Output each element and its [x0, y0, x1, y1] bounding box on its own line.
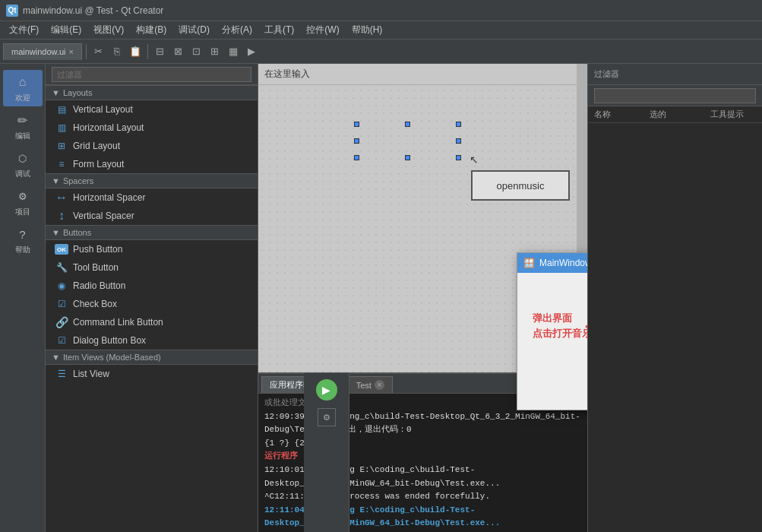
toolbar: mainwindow.ui × ✂ ⎘ 📋 ⊟ ⊠ ⊡ ⊞ ▦ ▶: [0, 40, 762, 64]
toolbar-btn-grid[interactable]: ⊞: [207, 43, 223, 60]
run-button[interactable]: ▶: [316, 379, 337, 401]
editor-tab-mainwindow[interactable]: mainwindow.ui ×: [3, 43, 82, 60]
widget-command-link[interactable]: 🔗 Command Link Button: [46, 313, 258, 331]
canvas-button-label: openmusic: [497, 180, 545, 192]
handle-bm[interactable]: [405, 155, 410, 160]
edit-icon: ✏: [14, 111, 32, 129]
vertical-layout-icon: ▤: [55, 103, 68, 116]
form-layout-icon: ≡: [55, 157, 68, 171]
project-icon: ⚙: [14, 187, 32, 205]
sidebar-btn-welcome[interactable]: ⌂ 欢迎: [3, 70, 43, 106]
right-panel-header: 过滤器: [588, 64, 762, 85]
widget-vertical-spacer[interactable]: ↕ Vertical Spacer: [46, 207, 258, 225]
close-tab-icon[interactable]: ×: [69, 47, 74, 56]
widget-push-button[interactable]: OK Push Button: [46, 240, 258, 258]
section-spacers: ▼ Spacers: [46, 173, 258, 188]
menu-edit[interactable]: 编辑(E): [45, 22, 87, 38]
horizontal-spacer-icon: ↔: [55, 191, 68, 204]
tab-test[interactable]: Test ×: [348, 376, 393, 393]
widget-horizontal-spacer-label: Horizontal Spacer: [73, 192, 145, 203]
menu-controls[interactable]: 控件(W): [300, 22, 345, 38]
widget-form-layout[interactable]: ≡ Form Layout: [46, 155, 258, 173]
handle-tl[interactable]: [354, 122, 359, 127]
section-item-views-label: Item Views (Model-Based): [63, 353, 161, 362]
sidebar-btn-edit[interactable]: ✏ 编辑: [3, 108, 43, 144]
horizontal-layout-icon: ▥: [55, 121, 68, 135]
handle-bl[interactable]: [354, 155, 359, 160]
close-test-tab-icon[interactable]: ×: [375, 380, 384, 390]
toolbar-btn-align-left[interactable]: ⊟: [152, 43, 169, 60]
app-window: Qt mainwindow.ui @ Test - Qt Creator 文件(…: [0, 0, 762, 532]
command-link-icon: 🔗: [55, 315, 68, 329]
widget-command-link-label: Command Link Button: [73, 317, 163, 328]
handle-ml[interactable]: [354, 138, 359, 144]
handle-mr[interactable]: [456, 138, 461, 144]
handle-tr[interactable]: [456, 122, 461, 127]
widget-horizontal-layout[interactable]: ▥ Horizontal Layout: [46, 119, 258, 137]
toolbar-btn-align-center[interactable]: ⊠: [170, 43, 187, 60]
menu-view[interactable]: 视图(V): [87, 22, 130, 38]
vertical-spacer-icon: ↕: [55, 209, 68, 223]
widget-dialog-button-box[interactable]: ☑ Dialog Button Box: [46, 331, 258, 350]
menu-file[interactable]: 文件(F): [3, 22, 45, 38]
menu-tools[interactable]: 工具(T): [258, 22, 300, 38]
menu-bar: 文件(F) 编辑(E) 视图(V) 构建(B) 调试(D) 分析(A) 工具(T…: [0, 21, 762, 40]
widget-list-view-label: List View: [73, 369, 109, 379]
debug-run-button[interactable]: ⚙: [318, 408, 336, 426]
toolbar-separator-2: [147, 44, 148, 59]
sidebar-label-project: 项目: [15, 207, 30, 217]
col-selected: 选的: [650, 109, 710, 120]
widget-radio-button[interactable]: ◉ Radio Button: [46, 277, 258, 295]
canvas-hint: 在这里输入: [258, 64, 587, 85]
widget-filter-input[interactable]: [52, 67, 251, 82]
widget-check-box[interactable]: ☑ Check Box: [46, 295, 258, 313]
toolbar-btn-2[interactable]: ⎘: [109, 43, 125, 60]
widget-grid-layout[interactable]: ⊞ Grid Layout: [46, 137, 258, 155]
bottom-left-controls: ▶ ⚙: [304, 372, 349, 532]
float-dialog-titlebar: 🪟 MainWindow − □ ×: [517, 253, 587, 273]
handle-br[interactable]: [456, 155, 461, 160]
title-bar: Qt mainwindow.ui @ Test - Qt Creator: [0, 0, 762, 21]
widget-panel: ▼ Layouts ▤ Vertical Layout ▥ Horizontal…: [46, 64, 258, 532]
toolbar-btn-3[interactable]: 📋: [127, 43, 144, 60]
sidebar-btn-debug[interactable]: ⬡ 调试: [3, 146, 43, 182]
toolbar-btn-preview[interactable]: ▶: [243, 43, 260, 60]
grid-layout-icon: ⊞: [55, 139, 68, 153]
cursor-indicator: ↖: [470, 154, 479, 166]
toolbar-btn-layout[interactable]: ▦: [225, 43, 242, 60]
canvas-openmusic-button[interactable]: openmusic: [471, 170, 570, 201]
right-panel: 过滤器 名称 选的 工具提示: [587, 64, 762, 532]
handle-tm[interactable]: [405, 122, 410, 127]
menu-build[interactable]: 构建(B): [130, 22, 172, 38]
tool-button-icon: 🔧: [55, 261, 68, 274]
widget-list-view[interactable]: ☰ List View: [46, 365, 258, 383]
widget-check-box-label: Check Box: [73, 299, 117, 309]
float-dialog-body: 弹出界面 点击打开音乐软件 openmusic: [517, 273, 587, 410]
toolbar-btn-1[interactable]: ✂: [90, 43, 107, 60]
check-box-icon: ☑: [55, 297, 68, 311]
toolbar-btn-align-right[interactable]: ⊡: [188, 43, 205, 60]
app-icon: Qt: [6, 5, 18, 17]
property-filter-input[interactable]: [594, 88, 756, 103]
sidebar-btn-project[interactable]: ⚙ 项目: [3, 184, 43, 220]
menu-analyze[interactable]: 分析(A): [216, 22, 258, 38]
debug-icon: ⬡: [14, 149, 32, 167]
welcome-icon: ⌂: [14, 73, 32, 91]
menu-debug[interactable]: 调试(D): [172, 22, 216, 38]
main-row: ⌂ 欢迎 ✏ 编辑 ⬡ 调试 ⚙ 项目 ? 帮助: [0, 64, 762, 532]
menu-help[interactable]: 帮助(H): [346, 22, 389, 38]
sidebar-label-help: 帮助: [15, 245, 30, 255]
widget-radio-button-label: Radio Button: [73, 280, 125, 291]
section-buttons: ▼ Buttons: [46, 225, 258, 240]
widget-tool-button[interactable]: 🔧 Tool Button: [46, 258, 258, 277]
sidebar-label-edit: 编辑: [15, 131, 30, 141]
title-bar-text: mainwindow.ui @ Test - Qt Creator: [23, 5, 163, 16]
widget-horizontal-spacer[interactable]: ↔ Horizontal Spacer: [46, 188, 258, 207]
canvas-hint-text: 在这里输入: [264, 68, 310, 81]
list-view-icon: ☰: [55, 367, 68, 381]
section-buttons-arrow: ▼: [52, 228, 60, 237]
widget-push-button-label: Push Button: [73, 244, 122, 255]
widget-vertical-layout[interactable]: ▤ Vertical Layout: [46, 100, 258, 119]
sidebar-btn-help[interactable]: ? 帮助: [3, 222, 43, 258]
radio-button-icon: ◉: [55, 279, 68, 293]
